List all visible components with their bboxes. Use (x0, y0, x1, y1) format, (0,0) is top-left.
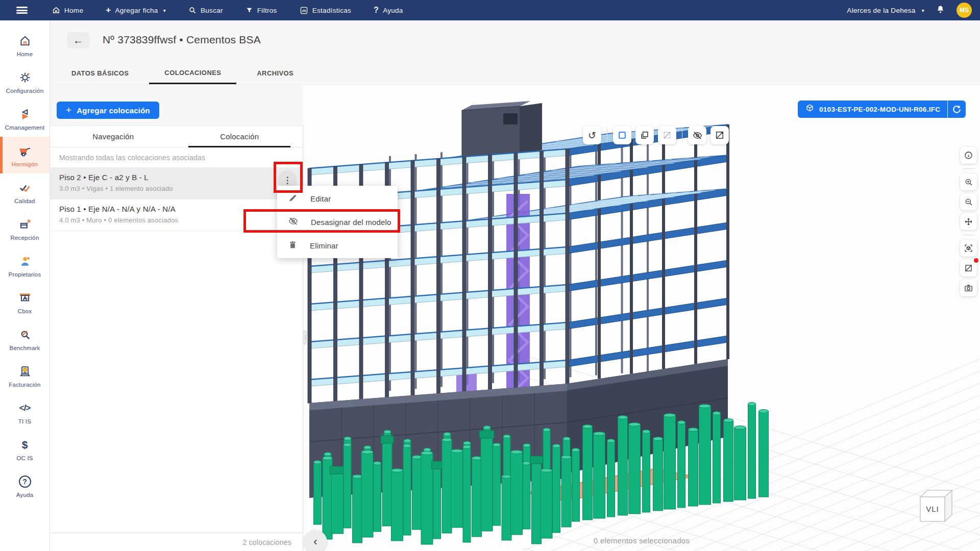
top-navbar: Home + Agregar ficha ▾ Buscar Filtros Es… (0, 0, 980, 20)
model-file-button[interactable]: 0103-EST-PE-002-MOD-UNI-R06.IFC (798, 101, 947, 118)
pan-icon[interactable] (960, 213, 977, 230)
inbox-arrow-icon (18, 217, 32, 232)
chevron-down-icon: ▾ (163, 8, 166, 13)
nav-item-filtros[interactable]: Filtros (246, 7, 277, 14)
filter-icon (246, 7, 253, 14)
panel-footer-count: 2 colocaciones (50, 533, 303, 551)
sidebar-item-facturacion[interactable]: Facturación (0, 357, 50, 394)
colocacion-title: Piso 2 • Eje C - a2 y B - L (59, 173, 274, 182)
avatar[interactable]: MS (957, 3, 972, 18)
chevron-left-icon: ‹ (313, 535, 317, 548)
colocacion-row-piso1[interactable]: Piso 1 • Eje N/A - N/A y N/A - N/A 4.0 m… (50, 199, 303, 231)
plus-icon: + (106, 5, 111, 15)
magnifier-chart-icon (18, 327, 32, 342)
panel-filter-note: Mostrando todas las colocaciones asociad… (50, 147, 303, 168)
toolbar-separator (682, 129, 682, 142)
page-title: Nº 373839ffwsf • Cementos BSA (103, 34, 261, 46)
nav-item-ayuda[interactable]: ? Ayuda (374, 6, 403, 15)
gear-icon (18, 70, 32, 85)
stats-icon (300, 6, 308, 15)
pencil-icon (288, 193, 298, 205)
reset-view-icon[interactable]: ↺ (583, 126, 601, 144)
collapse-panel-button[interactable]: ‹ (304, 530, 327, 551)
panel-tab-colocacion[interactable]: Colocación (177, 126, 303, 147)
easel-icon (18, 290, 32, 306)
tab-archivos[interactable]: ARCHIVOS (241, 62, 309, 84)
sidebar-item-calidad[interactable]: Calidad (0, 173, 50, 210)
view-cube[interactable]: VLI (913, 486, 954, 527)
sidebar-item-ti-is[interactable]: </> TI IS (0, 394, 50, 431)
sidebar-item-cmanagement[interactable]: Cmanagement (0, 100, 50, 137)
toolbar-separator (963, 168, 975, 169)
nav-item-agregar-ficha[interactable]: + Agregar ficha ▾ (106, 5, 166, 15)
code-icon: </> (19, 400, 31, 416)
nav-item-buscar[interactable]: Buscar (188, 6, 223, 14)
eye-off-icon (288, 216, 299, 228)
info-icon[interactable] (960, 147, 977, 164)
viewer-side-toolbar (960, 147, 977, 296)
colocacion-title: Piso 1 • Eje N/A - N/A y N/A - N/A (59, 205, 274, 213)
tab-colocaciones[interactable]: COLOCACIONES (149, 62, 236, 84)
colocacion-subtitle: 4.0 m3 • Muro • 0 elementos asociados (59, 216, 274, 224)
toolbar-separator (607, 129, 607, 142)
colocacion-row-piso2[interactable]: Piso 2 • Eje C - a2 y B - L 3.0 m3 • Vig… (50, 168, 303, 199)
sidebar-item-home[interactable]: Home (0, 27, 50, 63)
row-context-menu: Editar Desasignar del modelo Eliminar (277, 186, 398, 258)
camera-icon[interactable] (960, 280, 977, 296)
model-file-group: 0103-EST-PE-002-MOD-UNI-R06.IFC (798, 101, 966, 118)
nav-item-estadisticas[interactable]: Estadísticas (300, 6, 351, 15)
svg-text:VLI: VLI (926, 505, 939, 513)
fit-model-icon[interactable] (960, 240, 977, 257)
select-box-icon[interactable] (613, 126, 631, 144)
refresh-model-icon[interactable] (947, 101, 966, 118)
record-tabs: DATOS BÁSICOS COLOCACIONES ARCHIVOS (50, 62, 980, 85)
panel-tab-navegacion[interactable]: Navegación (50, 126, 177, 147)
double-check-icon (18, 180, 32, 195)
sidebar-item-oc-is[interactable]: $ OC IS (0, 431, 50, 467)
search-icon (188, 6, 197, 14)
dollar-icon: $ (22, 437, 28, 453)
invoice-icon (18, 364, 32, 379)
zoom-in-icon[interactable] (960, 173, 977, 190)
hamburger-icon[interactable] (16, 7, 28, 14)
nav-item-home[interactable]: Home (52, 6, 83, 14)
workspace-selector[interactable]: Alerces de la Dehesa ▾ (847, 7, 924, 14)
sidebar-item-benchmark[interactable]: Benchmark (0, 320, 50, 357)
person-icon (18, 254, 32, 269)
toolbar-separator (963, 235, 975, 235)
menu-item-desasignar[interactable]: Desasignar del modelo (277, 210, 398, 234)
chevron-down-icon: ▾ (922, 8, 924, 13)
sidebar-item-cbox[interactable]: Cbox (0, 284, 50, 320)
sidebar-item-propietarios[interactable]: Propietarios (0, 247, 50, 284)
clip-box-icon[interactable] (960, 260, 977, 277)
sidebar-item-hormigon[interactable]: Hormigón (0, 137, 50, 173)
bell-icon[interactable] (936, 5, 945, 16)
panel-resize-handle[interactable]: ⋮⋮ (303, 331, 307, 344)
hide-section-icon[interactable] (710, 126, 729, 144)
selection-status: 0 elementos seleccionados (303, 536, 980, 545)
back-arrow-icon: ← (73, 35, 83, 46)
sidebar-item-recepcion[interactable]: Recepción (0, 210, 50, 247)
left-sidebar: Home Configuración Cmanagement Hormigón … (0, 20, 50, 551)
back-button[interactable]: ← (67, 32, 89, 48)
cube-icon (805, 104, 815, 115)
colocaciones-panel: Navegación Colocación Mostrando todas la… (50, 126, 303, 551)
tab-datos-basicos[interactable]: DATOS BÁSICOS (56, 62, 144, 84)
home-icon (52, 6, 60, 14)
add-colocacion-button[interactable]: + Agregar colocación (57, 102, 159, 119)
sidebar-item-configuracion[interactable]: Configuración (0, 63, 50, 100)
plus-icon: + (66, 105, 71, 116)
menu-item-eliminar[interactable]: Eliminar (277, 234, 398, 257)
multi-select-icon[interactable] (658, 126, 676, 144)
help-circle-icon: ? (19, 474, 31, 489)
zoom-out-icon[interactable] (960, 193, 977, 210)
question-icon: ? (374, 6, 379, 15)
menu-item-editar[interactable]: Editar (277, 187, 398, 210)
bim-model-canvas[interactable] (303, 85, 980, 551)
notification-dot (974, 258, 978, 263)
trash-icon (288, 240, 298, 251)
panel-tabs: Navegación Colocación (50, 126, 303, 147)
hide-elements-icon[interactable] (688, 126, 706, 144)
sidebar-item-ayuda[interactable]: ? Ayuda (0, 467, 50, 504)
copy-layers-icon[interactable] (635, 126, 654, 144)
